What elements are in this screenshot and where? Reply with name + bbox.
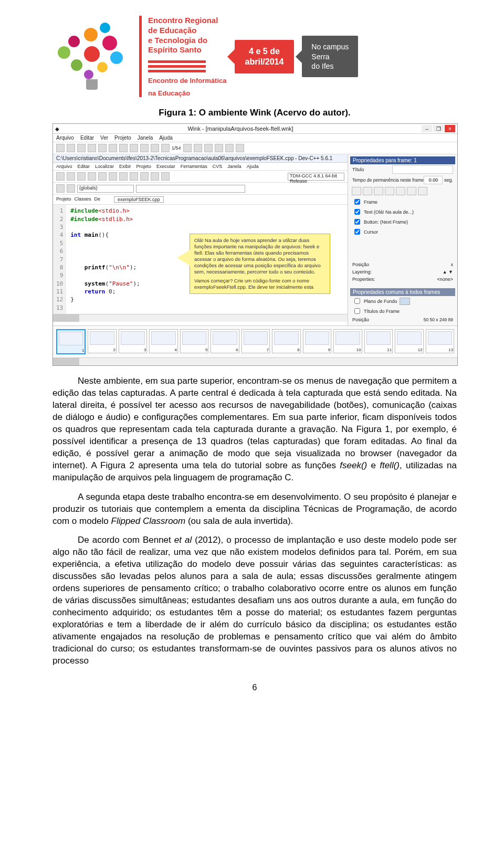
wink-window-title: Wink - [manipulaArquivos-fseek-ftell.wnk… bbox=[59, 125, 422, 132]
text-icon[interactable] bbox=[363, 187, 372, 195]
tb-open-icon[interactable] bbox=[67, 144, 75, 152]
tb-delete-icon[interactable] bbox=[119, 144, 128, 152]
thumb-4[interactable]: 4 bbox=[149, 329, 177, 353]
tab-projeto[interactable]: Projeto bbox=[56, 196, 71, 203]
event-title-1: Encontro Regional bbox=[148, 16, 227, 26]
file-tab[interactable]: exemploFSEEK.cpp bbox=[114, 196, 164, 203]
goto-icon[interactable] bbox=[396, 187, 405, 195]
chk-titulos[interactable]: Títulos do Frame bbox=[350, 306, 455, 316]
dmenu-janela[interactable]: Janela bbox=[227, 164, 242, 169]
body-text: Neste ambiente, em sua parte superior, e… bbox=[52, 375, 457, 667]
thumb-3[interactable]: 3 bbox=[119, 329, 147, 353]
dc-compile-icon[interactable] bbox=[130, 172, 138, 181]
dc-undo-icon[interactable] bbox=[109, 172, 117, 181]
editor-scrollbar[interactable] bbox=[53, 314, 348, 322]
tb-new-icon[interactable] bbox=[56, 144, 65, 152]
tb-last-icon[interactable] bbox=[194, 144, 202, 152]
shape-icon[interactable] bbox=[407, 187, 416, 195]
menu-projeto[interactable]: Projeto bbox=[114, 135, 131, 141]
dc-back-icon[interactable] bbox=[56, 184, 65, 193]
tab-debug[interactable]: De bbox=[94, 196, 101, 203]
image-icon[interactable] bbox=[385, 187, 394, 195]
tempo-input[interactable] bbox=[424, 176, 443, 184]
thumb-1[interactable]: 1 bbox=[56, 329, 86, 354]
dmenu-localizar[interactable]: Localizar bbox=[95, 164, 114, 169]
callout-box[interactable]: Olá! Na aula de hoje vamos aprender a ut… bbox=[190, 234, 330, 294]
symbols-select[interactable] bbox=[136, 185, 245, 193]
dc-compilerun-icon[interactable] bbox=[151, 172, 159, 181]
tb-copy-icon[interactable] bbox=[98, 144, 107, 152]
minimize-button[interactable]: – bbox=[422, 125, 432, 132]
menu-ver[interactable]: Ver bbox=[100, 135, 108, 141]
menu-ajuda[interactable]: Ajuda bbox=[159, 135, 173, 141]
cursor-icon[interactable] bbox=[418, 187, 427, 195]
chk-button[interactable]: Button: (Next Frame) bbox=[350, 217, 455, 227]
tb-next-icon[interactable] bbox=[183, 144, 192, 152]
thumb-12[interactable]: 12 bbox=[395, 329, 423, 353]
layer-down-icon[interactable]: ▼ bbox=[448, 269, 453, 275]
dc-fwd-icon[interactable] bbox=[67, 184, 75, 193]
titulo-input[interactable] bbox=[392, 165, 453, 174]
thumb-11[interactable]: 11 bbox=[364, 329, 393, 353]
paragraph-2: A segunda etapa deste trabalho encontra-… bbox=[52, 491, 457, 528]
maximize-button[interactable]: ❐ bbox=[433, 125, 444, 132]
thumb-13[interactable]: 13 bbox=[426, 329, 454, 353]
tb-prev-icon[interactable] bbox=[161, 144, 170, 152]
audio-icon[interactable] bbox=[352, 187, 361, 195]
thumb-9[interactable]: 9 bbox=[303, 329, 331, 353]
close-button[interactable]: × bbox=[445, 125, 455, 132]
tb-paste-icon[interactable] bbox=[109, 144, 117, 152]
dmenu-projeto[interactable]: Projeto bbox=[136, 164, 152, 169]
tb-play-icon[interactable] bbox=[140, 144, 149, 152]
campus-line3: do Ifes bbox=[311, 61, 349, 71]
thumb-8[interactable]: 8 bbox=[272, 329, 300, 353]
tempo-unit: seg. bbox=[444, 177, 453, 183]
dc-open-icon[interactable] bbox=[67, 172, 75, 181]
thumbs-scrollbar[interactable] bbox=[53, 357, 457, 365]
dmenu-ajuda[interactable]: Ajuda bbox=[247, 164, 259, 169]
date-line1: 4 e 5 de bbox=[245, 46, 284, 57]
dc-new-icon[interactable] bbox=[56, 172, 65, 181]
chk-cursor[interactable]: Cursor bbox=[350, 227, 455, 237]
thumb-7[interactable]: 7 bbox=[242, 329, 270, 353]
dmenu-ferramentas[interactable]: Ferramentas bbox=[181, 164, 207, 169]
posicao-label: Posição bbox=[352, 317, 369, 322]
tb-first-icon[interactable] bbox=[151, 144, 159, 152]
globals-select[interactable]: (globals) bbox=[77, 185, 134, 193]
dmenu-arquivo[interactable]: Arquivo bbox=[56, 164, 72, 169]
dc-run-icon[interactable] bbox=[140, 172, 149, 181]
tb-render-icon[interactable] bbox=[130, 144, 138, 152]
thumb-5[interactable]: 5 bbox=[180, 329, 208, 353]
menu-arquivo[interactable]: Arquivo bbox=[56, 135, 74, 141]
layer-up-icon[interactable]: ▲ bbox=[443, 269, 447, 275]
tb-cut-icon[interactable] bbox=[88, 144, 96, 152]
thumb-2[interactable]: 2 bbox=[88, 329, 116, 353]
tb-save-icon[interactable] bbox=[77, 144, 86, 152]
thumb-10[interactable]: 10 bbox=[333, 329, 362, 353]
line-gutter: 12 34 56 78 910 1112 13 bbox=[53, 205, 66, 314]
dc-save-icon[interactable] bbox=[77, 172, 86, 181]
compiler-select[interactable]: TDM-GCC 4.8.1 64-bit Release bbox=[288, 173, 344, 181]
chk-text[interactable]: Text (Olá! Na aula de...) bbox=[350, 207, 455, 217]
button-icon[interactable] bbox=[374, 187, 383, 195]
tb-button-icon[interactable] bbox=[215, 144, 223, 152]
dc-saveall-icon[interactable] bbox=[88, 172, 96, 181]
menu-janela[interactable]: Janela bbox=[138, 135, 153, 141]
menu-editar[interactable]: Editar bbox=[80, 135, 94, 141]
dc-print-icon[interactable] bbox=[98, 172, 107, 181]
dmenu-executar[interactable]: Executar bbox=[156, 164, 175, 169]
tb-callout-icon[interactable] bbox=[204, 144, 213, 152]
dmenu-exibir[interactable]: Exibir bbox=[119, 164, 131, 169]
dmenu-editar[interactable]: Editar bbox=[78, 164, 90, 169]
thumb-6[interactable]: 6 bbox=[211, 329, 239, 353]
tb-shape-icon[interactable] bbox=[236, 144, 244, 152]
chk-frame[interactable]: Frame bbox=[350, 197, 455, 207]
wink-menubar: Arquivo Editar Ver Projeto Janela Ajuda bbox=[53, 134, 457, 142]
code-content: #include<stdio.h> #include<stdlib.h> int… bbox=[66, 205, 144, 314]
tb-image-icon[interactable] bbox=[225, 144, 234, 152]
dmenu-cvs[interactable]: CVS bbox=[213, 164, 223, 169]
dc-redo-icon[interactable] bbox=[119, 172, 128, 181]
tab-classes[interactable]: Classes bbox=[75, 196, 91, 203]
chk-plano[interactable]: Plano de Fundo bbox=[350, 296, 455, 306]
dc-debug-icon[interactable] bbox=[161, 172, 170, 181]
